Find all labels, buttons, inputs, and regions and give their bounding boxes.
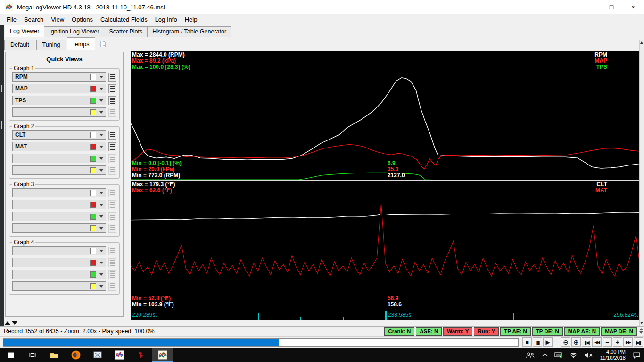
channel-row: TPS xyxy=(12,96,116,105)
tab-histogram-table-generator[interactable]: Histogram / Table Generator xyxy=(147,26,231,37)
channel-select[interactable] xyxy=(12,165,106,175)
menu-calculated-fields[interactable]: Calculated Fields xyxy=(97,15,151,25)
tab-log-viewer[interactable]: Log Viewer xyxy=(5,25,44,37)
color-swatch[interactable] xyxy=(90,156,96,162)
channel-select[interactable]: MAT xyxy=(12,142,106,151)
channel-select[interactable] xyxy=(12,258,106,267)
color-swatch[interactable] xyxy=(90,202,96,208)
channel-select[interactable]: RPM xyxy=(12,72,106,82)
skip-start-button[interactable]: ▮◀ xyxy=(582,337,591,347)
channel-select[interactable] xyxy=(12,270,106,279)
channel-select[interactable] xyxy=(12,212,106,221)
red-app-button[interactable] xyxy=(130,348,152,362)
view-tab-tuning[interactable]: Tuning xyxy=(36,40,66,50)
skip-end-button[interactable]: ▶▮ xyxy=(634,337,643,347)
channel-settings-button[interactable] xyxy=(108,131,116,140)
firefox-button[interactable] xyxy=(65,348,87,362)
megalogviewer-taskbar-button[interactable] xyxy=(152,348,173,362)
channel-settings-button[interactable] xyxy=(108,84,116,93)
channel-settings-button[interactable] xyxy=(108,73,116,82)
menu-options[interactable]: Options xyxy=(68,15,97,25)
channel-row: CLT xyxy=(12,130,116,140)
start-button[interactable] xyxy=(0,348,22,362)
vertical-scrollbar[interactable] xyxy=(639,40,644,326)
channel-row xyxy=(12,165,116,175)
left-splitter[interactable] xyxy=(0,25,4,326)
channel-select[interactable]: CLT xyxy=(12,130,106,140)
scroll-up-icon[interactable] xyxy=(640,41,643,44)
color-swatch[interactable] xyxy=(90,283,96,289)
menu-file[interactable]: File xyxy=(3,15,20,25)
taskbar-clock[interactable]: 4:00 PM 11/10/2018 xyxy=(596,349,629,361)
tools-app-button[interactable] xyxy=(87,348,108,362)
color-swatch[interactable] xyxy=(90,225,96,231)
channel-select[interactable] xyxy=(12,188,106,197)
channel-settings-button[interactable] xyxy=(108,142,116,151)
channel-settings-button[interactable] xyxy=(108,96,116,105)
color-swatch[interactable] xyxy=(90,86,96,92)
cursor-line[interactable] xyxy=(386,51,386,310)
task-view-button[interactable] xyxy=(22,348,43,362)
color-swatch[interactable] xyxy=(90,260,96,266)
menu-log-info[interactable]: Log Info xyxy=(151,15,181,25)
stop-button[interactable]: ■ xyxy=(522,337,532,347)
new-view-tab-button[interactable]: * xyxy=(96,38,109,50)
view-tab-default[interactable]: Default xyxy=(4,40,35,50)
channel-select[interactable] xyxy=(12,200,106,209)
tab-ignition-log-viewer[interactable]: Ignition Log Viewer xyxy=(44,26,104,37)
channel-select[interactable] xyxy=(12,281,106,291)
channel-select[interactable]: TPS xyxy=(12,96,106,105)
channel-value: RPM xyxy=(15,74,90,80)
minimize-button[interactable]: – xyxy=(579,0,601,14)
color-swatch[interactable] xyxy=(90,272,96,278)
channel-settings-button xyxy=(108,247,116,255)
graph-area[interactable]: Max = 2844.0 (RPM)Max = 89.2 (kPa)Max = … xyxy=(131,51,640,320)
color-swatch[interactable] xyxy=(90,98,96,104)
channel-select[interactable] xyxy=(12,223,106,233)
color-swatch[interactable] xyxy=(90,167,96,173)
color-swatch[interactable] xyxy=(90,74,96,80)
menu-search[interactable]: Search xyxy=(20,15,47,25)
maximize-button[interactable]: □ xyxy=(601,0,622,14)
waveform-app-button[interactable] xyxy=(108,348,130,362)
chevron-down-icon xyxy=(99,262,103,264)
step-back-button[interactable]: − xyxy=(603,337,612,347)
collapse-down-icon[interactable] xyxy=(12,321,17,325)
file-explorer-button[interactable] xyxy=(43,348,65,362)
zoom-out-button[interactable]: ⊖ xyxy=(561,337,570,347)
channel-row xyxy=(12,246,116,255)
rewind-button[interactable]: ◀◀ xyxy=(592,337,602,347)
network-status-button[interactable] xyxy=(551,348,566,362)
channel-select[interactable] xyxy=(12,246,106,255)
wifi-tray-button[interactable] xyxy=(566,348,581,362)
color-swatch[interactable] xyxy=(90,109,96,115)
view-tab-temps[interactable]: temps xyxy=(67,37,95,50)
color-swatch[interactable] xyxy=(90,214,96,220)
people-tray-button[interactable] xyxy=(522,348,539,362)
pause-button[interactable]: ▮▮ xyxy=(533,337,542,347)
fast-forward-button[interactable]: ▶▶ xyxy=(623,337,633,347)
play-button[interactable]: ▶ xyxy=(543,337,553,347)
color-swatch[interactable] xyxy=(90,248,96,254)
close-button[interactable]: × xyxy=(622,0,644,14)
playback-progress-track[interactable] xyxy=(3,338,519,347)
step-forward-button[interactable]: + xyxy=(613,337,622,347)
graph-1-max-labels: Max = 2844.0 (RPM)Max = 89.2 (kPa)Max = … xyxy=(132,52,190,70)
zoom-in-button[interactable]: ⊕ xyxy=(571,337,581,347)
channel-select[interactable] xyxy=(12,107,106,117)
volume-tray-button[interactable] xyxy=(581,348,596,362)
color-swatch[interactable] xyxy=(90,132,96,138)
tab-scatter-plots[interactable]: Scatter Plots xyxy=(104,26,148,37)
panel-collapse-arrows[interactable] xyxy=(5,321,17,325)
channel-select[interactable] xyxy=(12,154,106,163)
show-hidden-icons-button[interactable] xyxy=(539,348,551,362)
menu-help[interactable]: Help xyxy=(181,15,201,25)
collapse-up-icon[interactable] xyxy=(5,321,10,325)
action-center-button[interactable] xyxy=(629,348,644,362)
color-swatch[interactable] xyxy=(90,144,96,150)
channel-select[interactable]: MAP xyxy=(12,84,106,93)
color-swatch[interactable] xyxy=(90,190,96,196)
menu-view[interactable]: View xyxy=(47,15,68,25)
indicator-scroll-spinner[interactable] xyxy=(639,328,643,334)
scroll-down-icon[interactable] xyxy=(640,322,643,324)
